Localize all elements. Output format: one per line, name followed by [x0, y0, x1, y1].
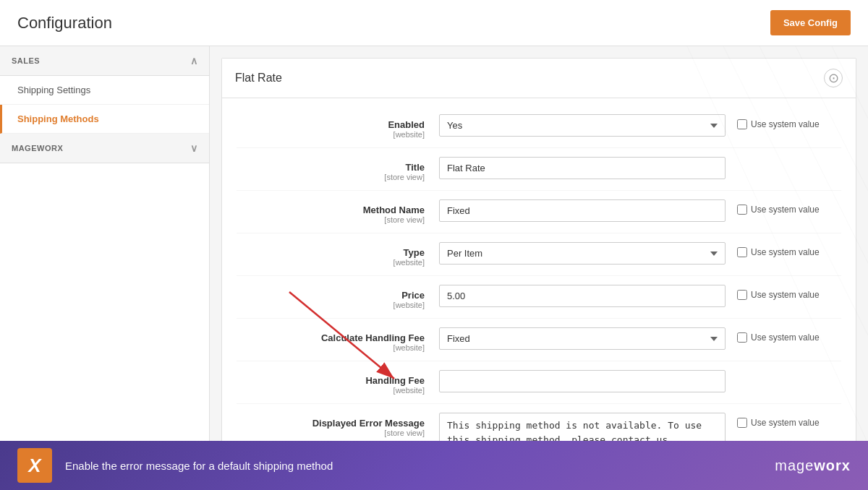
field-system-col-handling-fee — [726, 370, 841, 375]
footer-logo: X — [17, 448, 52, 483]
field-system-col-type: Use system value — [726, 242, 841, 257]
system-value-label-method-name[interactable]: Use system value — [737, 205, 820, 215]
field-label-col-price: Price [website] — [237, 285, 439, 309]
panel-header: Flat Rate ⊙ — [222, 59, 856, 98]
sidebar-section-sales-label: SALES — [12, 56, 40, 65]
field-label-col-handling-fee: Handling Fee [website] — [237, 370, 439, 395]
field-system-col-error-message: Use system value — [726, 413, 841, 428]
field-system-col-method-name: Use system value — [726, 199, 841, 215]
field-row-error-message: Displayed Error Message [store view] Thi… — [237, 404, 841, 441]
panel-toggle-button[interactable]: ⊙ — [824, 69, 843, 87]
field-row-enabled: Enabled [website] Yes No — [237, 106, 841, 148]
page-wrapper: Configuration Save Config SALES ∧ Shippi… — [0, 0, 868, 490]
enabled-select[interactable]: Yes No — [439, 114, 726, 137]
field-label-price: Price — [237, 290, 425, 301]
field-scope-enabled: [website] — [237, 130, 425, 139]
flat-rate-panel: Flat Rate ⊙ Enabled [website] Yes — [221, 58, 856, 441]
field-scope-calc-handling-fee: [website] — [237, 343, 425, 352]
field-label-col-method-name: Method Name [store view] — [237, 199, 439, 224]
calc-handling-fee-select[interactable]: Fixed Percent — [439, 327, 726, 350]
field-label-error-message: Displayed Error Message — [237, 418, 425, 429]
field-label-type: Type — [237, 247, 425, 258]
field-label-col-error-message: Displayed Error Message [store view] — [237, 413, 439, 437]
system-value-label-calc-handling-fee[interactable]: Use system value — [737, 332, 820, 343]
system-value-checkbox-price[interactable] — [737, 290, 747, 300]
field-scope-error-message: [store view] — [237, 429, 425, 437]
sidebar: SALES ∧ Shipping Settings Shipping Metho… — [0, 46, 210, 441]
page-title: Configuration — [17, 14, 112, 33]
method-name-input[interactable] — [439, 199, 726, 222]
system-value-checkbox-enabled[interactable] — [737, 119, 747, 129]
field-input-col-title — [439, 157, 726, 179]
sidebar-item-shipping-settings[interactable]: Shipping Settings — [0, 76, 209, 105]
footer-text: Enable the error message for a default s… — [65, 460, 775, 472]
field-label-enabled: Enabled — [237, 119, 425, 130]
system-value-label-price[interactable]: Use system value — [737, 290, 820, 300]
field-label-title: Title — [237, 162, 425, 173]
system-value-checkbox-calc-handling-fee[interactable] — [737, 332, 747, 343]
field-label-handling-fee: Handling Fee — [237, 375, 425, 386]
form-body: Enabled [website] Yes No — [222, 98, 856, 441]
field-label-col-type: Type [website] — [237, 242, 439, 267]
field-system-col-calc-handling-fee: Use system value — [726, 327, 841, 343]
field-input-col-enabled: Yes No — [439, 114, 726, 137]
sidebar-section-mageworx-label: MAGEWORX — [12, 144, 63, 152]
chevron-down-icon: ∨ — [190, 142, 198, 154]
field-scope-handling-fee: [website] — [237, 386, 425, 395]
footer-banner: X Enable the error message for a default… — [0, 441, 868, 490]
field-scope-method-name: [store view] — [237, 215, 425, 224]
field-row-calc-handling-fee: Calculate Handling Fee [website] Fixed P… — [237, 319, 841, 361]
title-input[interactable] — [439, 157, 726, 179]
field-row-price: Price [website] Use system value — [237, 276, 841, 319]
field-row-method-name: Method Name [store view] Use system valu… — [237, 191, 841, 233]
field-label-col-title: Title [store view] — [237, 157, 439, 181]
field-input-col-error-message: This shipping method is not available. T… — [439, 413, 726, 441]
error-message-textarea[interactable]: This shipping method is not available. T… — [439, 413, 726, 441]
field-scope-type: [website] — [237, 258, 425, 267]
system-value-label-enabled[interactable]: Use system value — [737, 119, 820, 129]
system-value-label-type[interactable]: Use system value — [737, 247, 820, 257]
page-header: Configuration Save Config — [0, 0, 868, 46]
system-value-checkbox-type[interactable] — [737, 247, 747, 257]
field-input-col-method-name — [439, 199, 726, 222]
field-scope-title: [store view] — [237, 173, 425, 181]
field-system-col-title — [726, 157, 841, 162]
sidebar-item-shipping-methods[interactable]: Shipping Methods — [0, 105, 209, 134]
panel-title: Flat Rate — [235, 72, 282, 85]
field-input-col-handling-fee — [439, 370, 726, 392]
chevron-up-icon: ∧ — [190, 55, 198, 66]
field-scope-price: [website] — [237, 301, 425, 309]
field-system-col-enabled: Use system value — [726, 114, 841, 129]
system-value-label-error-message[interactable]: Use system value — [737, 418, 820, 428]
field-input-col-type: Per Item Per Order — [439, 242, 726, 265]
field-label-method-name: Method Name — [237, 205, 425, 215]
field-row-handling-fee: Handling Fee [website] — [237, 361, 841, 404]
field-label-col-enabled: Enabled [website] — [237, 114, 439, 139]
type-select[interactable]: Per Item Per Order — [439, 242, 726, 265]
sidebar-section-mageworx[interactable]: MAGEWORX ∨ — [0, 134, 209, 163]
sidebar-section-sales[interactable]: SALES ∧ — [0, 46, 209, 76]
main-layout: SALES ∧ Shipping Settings Shipping Metho… — [0, 46, 868, 441]
field-input-col-price — [439, 285, 726, 307]
system-value-checkbox-method-name[interactable] — [737, 205, 747, 215]
field-system-col-price: Use system value — [726, 285, 841, 300]
footer-brand: mageworx — [775, 457, 851, 474]
content-area: Flat Rate ⊙ Enabled [website] Yes — [210, 46, 868, 441]
handling-fee-input[interactable] — [439, 370, 726, 392]
field-row-type: Type [website] Per Item Per Order — [237, 233, 841, 276]
system-value-checkbox-error-message[interactable] — [737, 418, 747, 428]
field-row-title: Title [store view] — [237, 148, 841, 191]
field-label-calc-handling-fee: Calculate Handling Fee — [237, 332, 425, 343]
field-input-col-calc-handling-fee: Fixed Percent — [439, 327, 726, 350]
save-config-button[interactable]: Save Config — [770, 10, 851, 35]
price-input[interactable] — [439, 285, 726, 307]
field-label-col-calc-handling-fee: Calculate Handling Fee [website] — [237, 327, 439, 352]
